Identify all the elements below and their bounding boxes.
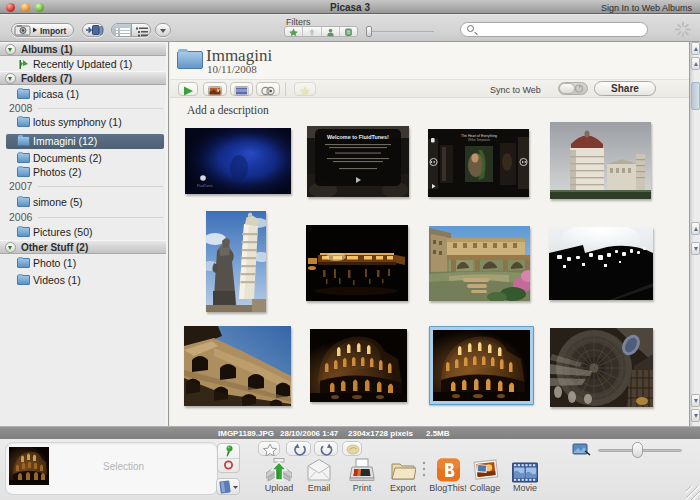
svg-text:Within Temptation: Within Temptation [468, 138, 491, 142]
svg-text:Welcome to FluidTunes!: Welcome to FluidTunes! [327, 134, 389, 140]
svg-text:FluidTunes: FluidTunes [197, 184, 213, 188]
